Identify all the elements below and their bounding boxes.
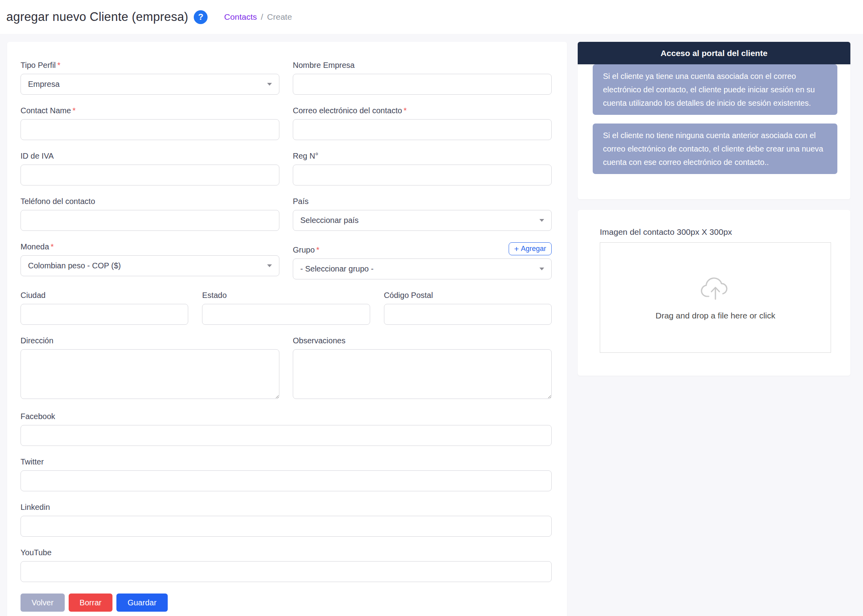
field-id-iva: ID de IVA	[21, 152, 279, 185]
correo-input[interactable]	[293, 119, 552, 140]
top-bar: agregar nuevo Cliente (empresa) ? Contac…	[0, 0, 863, 34]
page-title: agregar nuevo Cliente (empresa)	[6, 10, 188, 24]
contact-image-card: Imagen del contacto 300px X 300px Drag a…	[578, 210, 850, 376]
dropzone-text: Drag and drop a file here or click	[655, 311, 775, 320]
linkedin-input[interactable]	[21, 516, 552, 537]
field-grupo: Grupo* + Agregar - Seleccionar grupo -	[293, 242, 552, 279]
field-youtube: YouTube	[21, 548, 552, 582]
field-linkedin: Linkedin	[21, 503, 552, 537]
observaciones-textarea[interactable]	[293, 349, 552, 399]
required-mark: *	[51, 242, 54, 251]
required-mark: *	[404, 106, 407, 115]
youtube-label: YouTube	[21, 548, 552, 557]
field-twitter: Twitter	[21, 457, 552, 491]
add-group-button[interactable]: + Agregar	[509, 242, 552, 255]
ciudad-input[interactable]	[21, 304, 188, 325]
ciudad-label: Ciudad	[21, 291, 188, 300]
moneda-label: Moneda*	[21, 242, 54, 251]
breadcrumb-link-contacts[interactable]: Contacts	[224, 12, 257, 22]
pais-label: País	[293, 197, 552, 206]
pais-select[interactable]: Seleccionar país	[293, 210, 552, 231]
chevron-down-icon	[267, 264, 272, 267]
required-mark: *	[57, 61, 60, 69]
client-form-card: Tipo Perfil* Empresa Nombre Empresa Cont…	[7, 42, 567, 616]
required-mark: *	[316, 245, 320, 254]
image-dropzone[interactable]: Drag and drop a file here or click	[600, 242, 831, 353]
cloud-upload-icon	[699, 275, 732, 300]
direccion-textarea[interactable]	[21, 349, 279, 399]
twitter-input[interactable]	[21, 470, 552, 491]
estado-input[interactable]	[202, 304, 370, 325]
breadcrumb: Contacts / Create	[224, 12, 292, 22]
portal-access-card: Acceso al portal del cliente Si el clien…	[578, 42, 850, 199]
moneda-select[interactable]: Colombian peso - COP ($)	[21, 255, 279, 276]
field-nombre-empresa: Nombre Empresa	[293, 61, 552, 95]
chevron-down-icon	[267, 83, 272, 86]
contact-name-label: Contact Name*	[21, 106, 279, 115]
youtube-input[interactable]	[21, 561, 552, 582]
field-contact-name: Contact Name*	[21, 106, 279, 140]
field-reg-no: Reg N°	[293, 152, 552, 185]
form-actions: Volver Borrar Guardar	[21, 594, 552, 612]
field-moneda: Moneda* Colombian peso - COP ($)	[21, 242, 279, 279]
delete-button[interactable]: Borrar	[69, 594, 113, 612]
id-iva-label: ID de IVA	[21, 152, 279, 161]
breadcrumb-separator: /	[261, 12, 263, 22]
field-telefono: Teléfono del contacto	[21, 197, 279, 231]
field-correo: Correo electrónico del contacto*	[293, 106, 552, 140]
facebook-label: Facebook	[21, 412, 552, 421]
page-content: Tipo Perfil* Empresa Nombre Empresa Cont…	[0, 34, 863, 616]
tipo-perfil-select[interactable]: Empresa	[21, 74, 279, 95]
telefono-label: Teléfono del contacto	[21, 197, 279, 206]
field-direccion: Dirección	[21, 336, 279, 401]
save-button[interactable]: Guardar	[116, 594, 167, 612]
right-column: Acceso al portal del cliente Si el clien…	[578, 42, 850, 376]
field-ciudad: Ciudad	[21, 291, 188, 325]
estado-label: Estado	[202, 291, 370, 300]
correo-label: Correo electrónico del contacto*	[293, 106, 552, 115]
required-mark: *	[73, 106, 76, 115]
nombre-empresa-input[interactable]	[293, 74, 552, 95]
portal-note-existing-account: Si el cliente ya tiene una cuenta asocia…	[593, 64, 837, 115]
field-pais: País Seleccionar país	[293, 197, 552, 231]
field-tipo-perfil: Tipo Perfil* Empresa	[21, 61, 279, 95]
portal-access-title: Acceso al portal del cliente	[578, 42, 850, 64]
grupo-select[interactable]: - Seleccionar grupo -	[293, 258, 552, 279]
field-estado: Estado	[202, 291, 370, 325]
contact-image-label: Imagen del contacto 300px X 300px	[600, 227, 831, 237]
tipo-perfil-label: Tipo Perfil*	[21, 61, 279, 70]
linkedin-label: Linkedin	[21, 503, 552, 512]
help-icon[interactable]: ?	[194, 10, 208, 24]
contact-name-input[interactable]	[21, 119, 279, 140]
direccion-label: Dirección	[21, 336, 279, 345]
grupo-label: Grupo*	[293, 245, 319, 255]
field-observaciones: Observaciones	[293, 336, 552, 401]
chevron-down-icon	[539, 268, 544, 270]
facebook-input[interactable]	[21, 425, 552, 446]
plus-icon: +	[514, 245, 519, 253]
reg-no-input[interactable]	[293, 165, 552, 185]
codigo-postal-label: Código Postal	[384, 291, 552, 300]
telefono-input[interactable]	[21, 210, 279, 231]
field-facebook: Facebook	[21, 412, 552, 446]
breadcrumb-current: Create	[267, 12, 292, 22]
nombre-empresa-label: Nombre Empresa	[293, 61, 552, 70]
codigo-postal-input[interactable]	[384, 304, 552, 325]
id-iva-input[interactable]	[21, 165, 279, 185]
observaciones-label: Observaciones	[293, 336, 552, 345]
field-codigo-postal: Código Postal	[384, 291, 552, 325]
reg-no-label: Reg N°	[293, 152, 552, 161]
back-button[interactable]: Volver	[21, 594, 65, 612]
portal-note-new-account: Si el cliente no tiene ninguna cuenta an…	[593, 124, 837, 174]
chevron-down-icon	[539, 219, 544, 222]
twitter-label: Twitter	[21, 457, 552, 466]
